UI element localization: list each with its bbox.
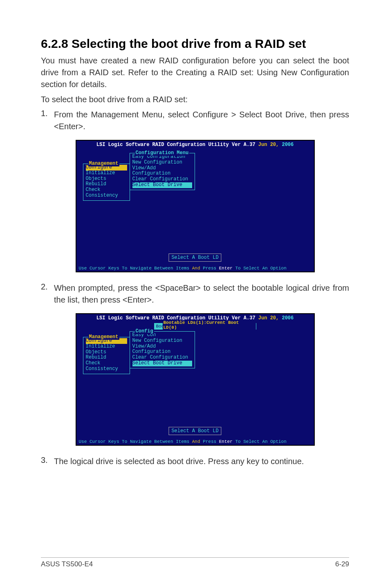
footer-seg: Press xyxy=(203,439,219,444)
config-item-new[interactable]: New Configuration xyxy=(132,160,192,166)
select-boot-prompt: Select A Boot LD xyxy=(168,254,221,262)
configuration-menu: Config Easy Con New Configuration View/A… xyxy=(130,331,195,368)
footer-seg: And xyxy=(192,439,203,444)
step-number: 1. xyxy=(41,109,54,132)
mgmt-item-objects[interactable]: Objects xyxy=(86,176,127,182)
bios-title-year: 2006 xyxy=(282,142,294,148)
step-1: 1. From the Management Menu, select Conf… xyxy=(41,109,349,132)
step-text: When prompted, press the <SpaceBar> to s… xyxy=(54,282,349,306)
bios-title-date: Jun 20, xyxy=(258,315,282,321)
step-text: The logical drive is selected as boot dr… xyxy=(54,456,349,467)
step-text: From the Management Menu, select Configu… xyxy=(54,109,349,132)
config-item-new[interactable]: New Configuration xyxy=(132,338,192,344)
footer-seg: Enter xyxy=(219,439,235,444)
select-boot-prompt: Select A Boot LD xyxy=(168,427,221,435)
mgmt-item-objects[interactable]: Objects xyxy=(86,350,127,355)
footer-seg: Enter xyxy=(219,266,235,271)
mgmt-item-check-consistency[interactable]: Check Consistency xyxy=(86,187,127,199)
footer-seg: And xyxy=(192,266,203,271)
footer-product: ASUS TS500-E4 xyxy=(41,560,93,568)
configuration-menu: Configuration Menu Easy Configuration Ne… xyxy=(130,153,195,190)
bootable-lds-label: Bootable LDs(1):Current Boot LD(0) xyxy=(163,320,256,330)
footer-seg: Use Cursor Keys To Navigate Between Item… xyxy=(79,266,192,271)
configuration-menu-label: Configuration Menu xyxy=(135,150,190,156)
mgmt-item-initialize[interactable]: Initialize xyxy=(86,344,127,350)
step-3: 3. The logical drive is selected as boot… xyxy=(41,456,349,467)
footer-page-number: 6-29 xyxy=(335,560,349,568)
config-item-select-boot[interactable]: Select Boot Drive xyxy=(132,361,192,366)
config-item-clear[interactable]: Clear Configuration xyxy=(132,355,192,361)
config-item-view-add[interactable]: View/Add Configuration xyxy=(132,166,192,177)
intro-paragraph-1: You must have created a new RAID configu… xyxy=(41,55,349,90)
bios-screenshot-2: LSI Logic Software RAID Configuration Ut… xyxy=(76,313,315,446)
config-item-select-boot[interactable]: Select Boot Drive xyxy=(132,182,192,188)
page-footer: ASUS TS500-E4 6-29 xyxy=(41,557,349,568)
footer-seg: To Select An Option xyxy=(235,266,286,271)
footer-seg: Press xyxy=(203,266,219,271)
section-heading: 6.2.8 Selecting the boot drive from a RA… xyxy=(41,37,349,51)
step-2: 2. When prompted, press the <SpaceBar> t… xyxy=(41,282,349,306)
step-number: 2. xyxy=(41,282,54,306)
configuration-menu-label-short: Config xyxy=(135,328,154,334)
intro-paragraph-2: To select the boot drive from a RAID set… xyxy=(41,94,349,105)
management-menu: Management Configure Initialize Objects … xyxy=(83,337,130,374)
management-menu-label: Management xyxy=(88,334,119,340)
bios-title-year: 2006 xyxy=(282,315,294,321)
mgmt-item-check-consistency[interactable]: Check Consistency xyxy=(86,361,127,372)
mgmt-item-initialize[interactable]: Initialize xyxy=(86,171,127,176)
bios-screenshot-1: LSI Logic Software RAID Configuration Ut… xyxy=(76,140,315,272)
bios-title-date: Jun 20, xyxy=(258,142,282,148)
management-menu: Management Configure Initialize Objects … xyxy=(83,164,130,201)
step-number: 3. xyxy=(41,456,54,467)
management-menu-label: Management xyxy=(88,161,119,166)
bootable-lds-box: Bootable LDs(1):Current Boot LD(0) Boot … xyxy=(154,323,256,330)
config-item-clear[interactable]: Clear Configuration xyxy=(132,177,192,182)
bios-title: LSI Logic Software RAID Configuration Ut… xyxy=(76,141,314,148)
bios-title-text: LSI Logic Software RAID Configuration Ut… xyxy=(96,142,258,148)
bios-footer-hint: Use Cursor Keys To Navigate Between Item… xyxy=(79,439,312,444)
mgmt-item-rebuild[interactable]: Rebuild xyxy=(86,182,127,187)
footer-seg: Use Cursor Keys To Navigate Between Item… xyxy=(79,439,192,444)
config-item-view-add[interactable]: View/Add Configuration xyxy=(132,344,192,355)
mgmt-item-rebuild[interactable]: Rebuild xyxy=(86,355,127,361)
footer-seg: To Select An Option xyxy=(235,439,286,444)
bios-footer-hint: Use Cursor Keys To Navigate Between Item… xyxy=(79,266,312,271)
